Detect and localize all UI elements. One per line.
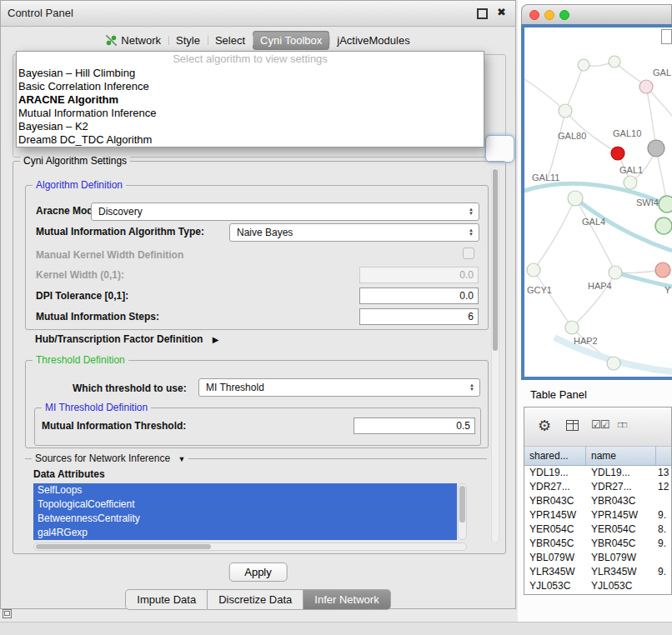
tab-infer-network[interactable]: Infer Network bbox=[303, 589, 390, 610]
tab-select[interactable]: Select bbox=[208, 31, 253, 50]
threshold-definition-group: Threshold Definition Which threshold to … bbox=[25, 360, 489, 448]
mi-threshold-definition-title: MI Threshold Definition bbox=[42, 402, 151, 413]
table-row[interactable]: YJL053CYJL053C bbox=[524, 579, 671, 593]
scrollbar-thumb[interactable] bbox=[459, 486, 465, 522]
table-row[interactable]: YER054CYER054C8. bbox=[524, 522, 671, 537]
partially-hidden-button[interactable] bbox=[485, 135, 514, 162]
attribute-list-item[interactable]: gal4RGexp bbox=[33, 526, 457, 540]
table-cell bbox=[656, 579, 671, 593]
network-node[interactable] bbox=[609, 266, 622, 279]
network-node[interactable] bbox=[565, 321, 579, 334]
collapse-arrow-icon[interactable]: ▼ bbox=[178, 455, 185, 463]
attribute-list-item[interactable]: BetweennessCentrality bbox=[33, 512, 457, 526]
restore-panel-icon[interactable] bbox=[3, 609, 12, 618]
expand-arrow-icon[interactable]: ▶ bbox=[213, 335, 219, 344]
hub-transcription-factor-section[interactable]: Hub/Transcription Factor Definition ▶ bbox=[35, 333, 218, 345]
mi-steps-field[interactable]: 6 bbox=[359, 308, 479, 325]
attribute-list-item[interactable]: SelfLoops bbox=[33, 483, 457, 498]
column-header[interactable] bbox=[656, 447, 671, 465]
table-cell: YDR27... bbox=[586, 480, 656, 494]
table-panel-title: Table Panel bbox=[530, 388, 587, 401]
table-row[interactable]: YLR345WYLR345W9. bbox=[524, 565, 671, 579]
float-window-icon[interactable] bbox=[477, 8, 488, 19]
tab-jactivemodules[interactable]: jActiveModules bbox=[329, 31, 417, 50]
algorithm-option[interactable]: Dream8 DC_TDC Algorithm bbox=[17, 133, 484, 147]
attribute-list-hscrollbar[interactable] bbox=[33, 542, 467, 551]
table-cell: 8. bbox=[656, 522, 671, 537]
tab-label: jActiveModules bbox=[337, 34, 409, 47]
table-row[interactable]: YPR145WYPR145W9. bbox=[524, 508, 671, 522]
deselect-all-checkboxes-icon[interactable]: □□ bbox=[618, 420, 626, 429]
minimize-traffic-light-icon[interactable] bbox=[544, 10, 554, 20]
gear-icon[interactable]: ⚙ bbox=[538, 417, 551, 435]
network-node[interactable] bbox=[655, 262, 670, 278]
close-traffic-light-icon[interactable] bbox=[529, 10, 539, 20]
zoom-traffic-light-icon[interactable] bbox=[559, 10, 569, 20]
network-canvas[interactable]: GALGAL80GAL10GAL11GAL1SWI4GAL4GCY1HAP4HA… bbox=[521, 24, 672, 380]
algorithm-option[interactable]: Bayesian – K2 bbox=[17, 120, 484, 133]
network-graph[interactable]: GALGAL80GAL10GAL11GAL1SWI4GAL4GCY1HAP4HA… bbox=[524, 28, 672, 377]
updown-arrows-icon: ▲▼ bbox=[465, 228, 479, 237]
mi-threshold-field[interactable]: 0.5 bbox=[354, 418, 475, 434]
columns-icon[interactable] bbox=[566, 420, 579, 431]
network-node[interactable] bbox=[607, 357, 620, 370]
selected-value: Naive Bayes bbox=[230, 227, 465, 238]
network-node[interactable] bbox=[568, 191, 583, 206]
node-label: GAL bbox=[653, 68, 671, 78]
algorithm-dropdown-popup: Select algorithm to view settings Bayesi… bbox=[16, 51, 484, 148]
tab-label: Select bbox=[215, 34, 245, 47]
hub-section-label: Hub/Transcription Factor Definition bbox=[35, 333, 203, 345]
algorithm-option[interactable]: Basic Correlation Inference bbox=[17, 80, 484, 93]
sources-section-title[interactable]: Sources for Network Inference ▼ bbox=[32, 452, 188, 464]
attribute-list-vscrollbar[interactable] bbox=[458, 483, 467, 540]
network-node[interactable] bbox=[578, 59, 589, 71]
scrollbar-thumb[interactable] bbox=[493, 169, 498, 351]
algorithm-option[interactable]: Bayesian – Hill Climbing bbox=[17, 67, 484, 80]
tab-cyni-toolbox[interactable]: Cyni Toolbox bbox=[253, 31, 329, 50]
manual-kernel-checkbox[interactable] bbox=[463, 248, 474, 259]
table-row[interactable]: YBR043CYBR043C bbox=[524, 494, 671, 508]
dpi-tolerance-field[interactable]: 0.0 bbox=[359, 288, 479, 304]
scrollbar-thumb[interactable] bbox=[36, 544, 211, 549]
network-node[interactable] bbox=[527, 263, 540, 277]
close-icon[interactable]: ✖ bbox=[497, 6, 506, 18]
tab-discretize-data[interactable]: Discretize Data bbox=[208, 589, 303, 610]
column-header[interactable]: name bbox=[586, 447, 656, 465]
settings-scrollbar[interactable] bbox=[491, 167, 499, 543]
network-node[interactable] bbox=[609, 56, 620, 68]
table-row[interactable]: YDR27...YDR27...12 bbox=[524, 480, 671, 494]
table-cell: 9. bbox=[656, 508, 671, 522]
network-node[interactable] bbox=[655, 218, 672, 234]
algorithm-option[interactable]: ARACNE Algorithm bbox=[17, 93, 484, 107]
column-header[interactable]: shared... bbox=[524, 447, 586, 465]
birdseye-navigator[interactable] bbox=[661, 29, 672, 44]
tab-impute-data[interactable]: Impute Data bbox=[125, 589, 208, 610]
tab-label: Style bbox=[176, 34, 200, 47]
kernel-width-field[interactable]: 0.0 bbox=[359, 267, 479, 283]
which-threshold-select[interactable]: MI Threshold ▲▼ bbox=[198, 378, 480, 397]
apply-button[interactable]: Apply bbox=[228, 562, 288, 582]
tab-network[interactable]: Network bbox=[98, 31, 168, 50]
attribute-list-item[interactable]: TopologicalCoefficient bbox=[33, 498, 457, 512]
dpi-tolerance-label: DPI Tolerance [0,1]: bbox=[36, 290, 128, 302]
panel-tabs: NetworkStyleSelectCyni ToolboxjActiveMod… bbox=[1, 29, 515, 51]
aracne-mode-select[interactable]: Discovery ▲▼ bbox=[91, 202, 479, 221]
network-node[interactable] bbox=[559, 104, 572, 118]
table-row[interactable]: YBL079WYBL079W bbox=[524, 551, 671, 565]
cyni-algorithm-settings-group: Cyni Algorithm Settings Algorithm Defini… bbox=[13, 161, 506, 554]
selected-value: MI Threshold bbox=[199, 382, 466, 393]
network-node[interactable] bbox=[659, 196, 672, 212]
table-row[interactable]: YDL19...YDL19...13 bbox=[524, 466, 671, 480]
tab-style[interactable]: Style bbox=[168, 31, 208, 50]
node-label: GAL10 bbox=[613, 128, 641, 138]
algorithm-option[interactable]: Mutual Information Inference bbox=[17, 107, 484, 120]
select-all-checkboxes-icon[interactable]: ☑☑ bbox=[591, 418, 609, 431]
network-node[interactable] bbox=[639, 80, 653, 93]
table-row[interactable]: YBR045CYBR045C9. bbox=[524, 537, 671, 551]
network-node[interactable] bbox=[624, 176, 637, 189]
data-attributes-label: Data Attributes bbox=[33, 468, 105, 480]
tab-label: Cyni Toolbox bbox=[260, 34, 322, 47]
network-node[interactable] bbox=[611, 147, 624, 160]
mi-type-select[interactable]: Naive Bayes ▲▼ bbox=[229, 223, 479, 242]
network-node[interactable] bbox=[648, 140, 664, 157]
